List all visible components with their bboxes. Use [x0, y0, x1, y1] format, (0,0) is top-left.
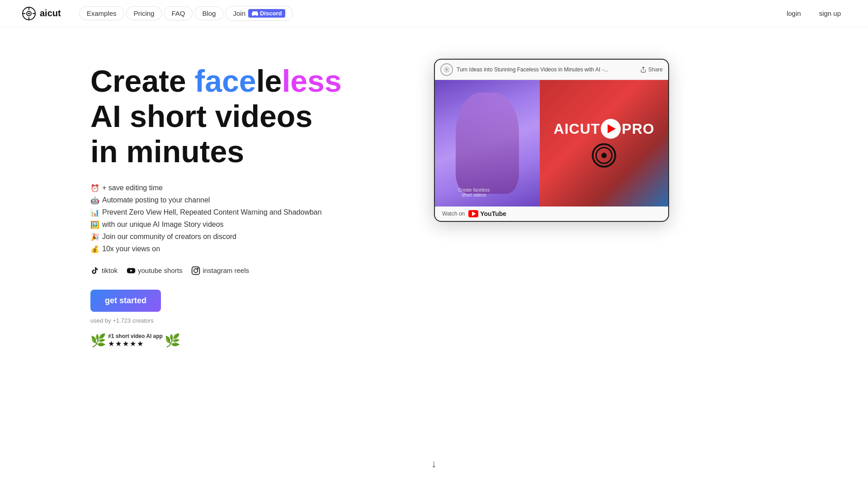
- award-badge: 🌿 #1 short video AI app ★★★★★ 🌿: [90, 333, 398, 348]
- youtube-label-footer: YouTube: [480, 210, 506, 217]
- laurel-left: 🌿: [90, 333, 106, 348]
- logo-icon: [22, 6, 36, 21]
- youtube-icon-small: [468, 210, 478, 217]
- feature-1-emoji: ⏰: [90, 184, 99, 192]
- hero-left: Create faceleless AI short videos in min…: [90, 54, 398, 348]
- video-footer: Watch on YouTube: [435, 206, 668, 221]
- tiktok-icon: [90, 266, 99, 275]
- join-label: Join: [233, 9, 245, 17]
- nav-links: Examples Pricing FAQ Blog Join Discord: [79, 6, 781, 21]
- feature-3-text: Prevent Zero View Hell, Repeated Content…: [102, 208, 322, 216]
- feature-5-emoji: 🎉: [90, 233, 99, 241]
- feature-2-emoji: 🤖: [90, 196, 99, 205]
- nav-join-discord[interactable]: Join Discord: [225, 6, 293, 21]
- brand-aicut: AICUT: [554, 121, 600, 137]
- svg-point-2: [28, 13, 30, 14]
- brand-pro: PRO: [622, 121, 654, 137]
- share-icon: [640, 66, 646, 73]
- feature-3-emoji: 📊: [90, 208, 99, 217]
- nav-auth: login sign up: [781, 7, 846, 20]
- youtube-icon: [127, 266, 136, 275]
- share-button[interactable]: Share: [640, 66, 663, 73]
- platforms: tiktok youtube shorts: [90, 266, 398, 275]
- svg-point-11: [198, 268, 198, 269]
- title-face: face: [195, 64, 256, 98]
- tiktok-label: tiktok: [102, 267, 118, 274]
- award-title: #1 short video AI app: [108, 333, 163, 339]
- discord-icon: [252, 10, 258, 17]
- get-started-button[interactable]: get started: [90, 290, 161, 312]
- feature-1: ⏰ + save editing time: [90, 184, 398, 192]
- nav-examples[interactable]: Examples: [79, 6, 124, 20]
- logo-text: aicut: [40, 8, 61, 19]
- video-thumb-right: AICUT PRO: [540, 80, 668, 206]
- title-le: le: [256, 64, 282, 98]
- feature-4: 🖼️ with our unique AI Image Story videos: [90, 221, 398, 229]
- feature-5-text: Join our community of creators on discor…: [102, 233, 236, 241]
- nav-pricing[interactable]: Pricing: [126, 6, 162, 20]
- svg-rect-9: [192, 267, 200, 274]
- title-line2: AI short videos: [90, 99, 312, 133]
- feature-6-emoji: 💰: [90, 245, 99, 253]
- share-label: Share: [648, 66, 663, 73]
- stars: ★★★★★: [108, 339, 163, 348]
- youtube-label: youtube shorts: [138, 267, 182, 274]
- target-icon: [592, 143, 616, 168]
- used-by-text: used by +1.723 creators: [90, 317, 398, 324]
- feature-6: 💰 10x your views on: [90, 245, 398, 253]
- feature-4-emoji: 🖼️: [90, 221, 99, 229]
- overlay-line1: Create faceless: [458, 188, 490, 192]
- navbar: aicut Examples Pricing FAQ Blog Join Dis…: [0, 0, 868, 27]
- svg-point-12: [446, 69, 448, 70]
- nav-faq[interactable]: FAQ: [164, 6, 193, 20]
- hero-title: Create faceleless AI short videos in min…: [90, 63, 398, 169]
- video-container: Turn Ideas into Stunning Faceless Videos…: [434, 59, 669, 222]
- yt-settings-icon: [440, 63, 453, 76]
- scroll-down-arrow[interactable]: ↓: [431, 457, 437, 470]
- platform-youtube: youtube shorts: [127, 266, 182, 275]
- laurel-right: 🌿: [165, 333, 180, 348]
- youtube-logo[interactable]: YouTube: [468, 210, 506, 217]
- instagram-label: instagram reels: [203, 267, 249, 274]
- feature-4-text: with our unique AI Image Story videos: [102, 221, 224, 229]
- instagram-icon: [191, 266, 200, 275]
- platform-instagram: instagram reels: [191, 266, 249, 275]
- svg-point-10: [194, 268, 198, 272]
- title-create: Create: [90, 64, 195, 98]
- logo[interactable]: aicut: [22, 6, 61, 21]
- hero-features: ⏰ + save editing time 🤖 Automate posting…: [90, 184, 398, 253]
- discord-label: Discord: [260, 10, 282, 17]
- feature-1-text: + save editing time: [102, 184, 163, 192]
- discord-badge: Discord: [248, 9, 285, 18]
- yt-play-button: [601, 119, 621, 139]
- signup-button[interactable]: sign up: [814, 7, 846, 20]
- cta-area: get started used by +1.723 creators: [90, 290, 398, 324]
- platform-tiktok: tiktok: [90, 266, 118, 275]
- video-header-left: Turn Ideas into Stunning Faceless Videos…: [440, 63, 609, 76]
- feature-2: 🤖 Automate posting to your channel: [90, 196, 398, 205]
- overlay-line2: short videos: [458, 192, 490, 197]
- nav-blog[interactable]: Blog: [194, 6, 223, 20]
- video-overlay-text: Create faceless short videos: [458, 188, 490, 197]
- video-brand-text: AICUT PRO: [554, 119, 655, 139]
- video-header: Turn Ideas into Stunning Faceless Videos…: [435, 60, 668, 80]
- feature-5: 🎉 Join our community of creators on disc…: [90, 233, 398, 241]
- feature-6-text: 10x your views on: [102, 245, 160, 253]
- login-button[interactable]: login: [781, 7, 807, 20]
- main-content: Create faceleless AI short videos in min…: [0, 27, 868, 375]
- title-line3: in minutes: [90, 134, 244, 169]
- watch-on-label: Watch on: [442, 211, 465, 217]
- feature-3: 📊 Prevent Zero View Hell, Repeated Conte…: [90, 208, 398, 217]
- video-thumbnail[interactable]: AICUT PRO Create faceless short videos: [435, 80, 668, 206]
- hero-right: Turn Ideas into Stunning Faceless Videos…: [434, 59, 669, 222]
- video-title: Turn Ideas into Stunning Faceless Videos…: [457, 66, 609, 73]
- award-info: #1 short video AI app ★★★★★: [108, 333, 163, 348]
- feature-2-text: Automate posting to your channel: [102, 196, 210, 204]
- title-less: less: [282, 64, 341, 98]
